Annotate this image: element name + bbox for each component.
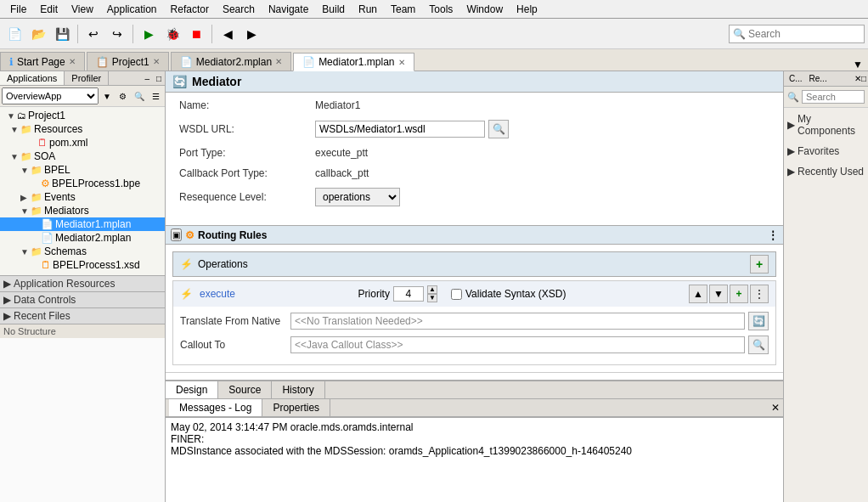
log-close-btn[interactable]: ✕	[771, 402, 780, 414]
expand-soa[interactable]: ▼	[10, 152, 19, 161]
expand-bpel[interactable]: ▼	[20, 166, 29, 175]
menu-run[interactable]: Run	[352, 2, 384, 17]
tab-overflow-btn[interactable]: ▼	[848, 59, 868, 71]
right-section-favorites-header[interactable]: ▶ Favorites	[787, 144, 865, 159]
menu-build[interactable]: Build	[315, 2, 352, 17]
tab-start-page[interactable]: ℹ Start Page ✕	[0, 52, 85, 71]
tab-start-page-close[interactable]: ✕	[69, 57, 76, 66]
translate-input[interactable]	[290, 313, 745, 330]
translate-browse-btn[interactable]: 🔄	[748, 312, 769, 330]
tab-mediator2-close[interactable]: ✕	[275, 57, 282, 66]
priority-input[interactable]	[393, 286, 424, 302]
right-tab-c[interactable]: C...	[786, 73, 806, 84]
tab-history[interactable]: History	[272, 381, 324, 398]
tree-item-mediator1[interactable]: 📄 Mediator1.mplan	[0, 217, 165, 231]
more-btn[interactable]: ⋮	[750, 285, 769, 303]
debug-btn[interactable]: 🐞	[161, 23, 183, 45]
menu-edit[interactable]: Edit	[33, 2, 65, 17]
move-down-btn[interactable]: ▼	[709, 285, 728, 303]
save-btn[interactable]: 💾	[51, 23, 73, 45]
stop-btn[interactable]: ⏹	[185, 23, 207, 45]
tab-project1[interactable]: 📋 Project1 ✕	[87, 52, 169, 71]
callout-browse-btn[interactable]: 🔍	[748, 336, 769, 354]
right-section-components-header[interactable]: ▶ My Components	[787, 111, 865, 138]
menu-file[interactable]: File	[3, 2, 33, 17]
ops-add-btn[interactable]: +	[750, 255, 769, 274]
menu-refactor[interactable]: Refactor	[164, 2, 216, 17]
recent-files-section[interactable]: ▶ Recent Files	[0, 307, 165, 324]
right-tab-re[interactable]: Re...	[806, 73, 831, 84]
right-panel-close[interactable]: ✕	[854, 74, 861, 83]
tree-item-schemas[interactable]: ▼ 📁 Schemas	[0, 245, 165, 258]
toolbar-btn-2[interactable]: 🔍	[131, 90, 148, 103]
data-controls-section[interactable]: ▶ Data Controls	[0, 291, 165, 307]
routing-rules-icon: ⚙	[185, 229, 194, 241]
tree-item-pom[interactable]: 🗒 pom.xml	[0, 136, 165, 149]
routing-rules-collapse[interactable]: ▣	[171, 228, 182, 241]
validate-checkbox[interactable]	[451, 289, 462, 300]
priority-down[interactable]: ▼	[427, 294, 437, 302]
recently-used-label: Recently Used	[798, 166, 864, 178]
tree-item-resources[interactable]: ▼ 📁 Resources	[0, 122, 165, 136]
tab-source[interactable]: Source	[218, 381, 272, 398]
tab-messages-log[interactable]: Messages - Log	[169, 399, 262, 416]
tab-mediator1-close[interactable]: ✕	[398, 58, 405, 67]
add-rule-btn[interactable]: +	[730, 285, 748, 303]
detail-row-callout: Callout To 🔍	[180, 336, 769, 354]
wsdl-browse-btn[interactable]: 🔍	[488, 120, 509, 138]
expand-mediators[interactable]: ▼	[20, 206, 29, 216]
right-section-recent-header[interactable]: ▶ Recently Used	[787, 164, 865, 179]
tree-item-soa[interactable]: ▼ 📁 SOA	[0, 149, 165, 163]
app-selector[interactable]: OverviewApp	[2, 87, 99, 104]
forward-btn[interactable]: ▶	[240, 23, 262, 45]
search-input-toolbar[interactable]	[748, 28, 860, 40]
tree-item-mediator2[interactable]: 📄 Mediator2.mplan	[0, 231, 165, 245]
expand-project1[interactable]: ▼	[7, 111, 15, 121]
right-search-input[interactable]	[802, 90, 865, 104]
callout-input[interactable]	[290, 336, 745, 353]
move-up-btn[interactable]: ▲	[689, 285, 707, 303]
app-resources-section[interactable]: ▶ Application Resources	[0, 275, 165, 291]
open-btn[interactable]: 📂	[27, 23, 49, 45]
app-selector-dropdown[interactable]: ▼	[99, 90, 115, 103]
back-btn[interactable]: ◀	[217, 23, 239, 45]
expand-schemas[interactable]: ▼	[20, 247, 29, 257]
tree-item-events[interactable]: ▶ 📁 Events	[0, 190, 165, 204]
undo-btn[interactable]: ↩	[82, 23, 104, 45]
tree-item-bpelprocess[interactable]: ⚙ BPELProcess1.bpe	[0, 177, 165, 190]
tree-item-mediators[interactable]: ▼ 📁 Mediators	[0, 204, 165, 217]
menu-window[interactable]: Window	[459, 2, 510, 17]
left-panel-minimize[interactable]: –	[141, 71, 153, 85]
toolbar-btn-1[interactable]: ⚙	[116, 90, 130, 103]
menu-tools[interactable]: Tools	[422, 2, 459, 17]
tab-project1-close[interactable]: ✕	[153, 57, 160, 66]
expand-events[interactable]: ▶	[20, 193, 29, 202]
tree-item-bpelxsd[interactable]: 🗒 BPELProcess1.xsd	[0, 258, 165, 272]
menu-view[interactable]: View	[65, 2, 100, 17]
tab-properties[interactable]: Properties	[262, 399, 330, 416]
menu-application[interactable]: Application	[100, 2, 164, 17]
new-btn[interactable]: 📄	[3, 23, 25, 45]
menu-help[interactable]: Help	[510, 2, 544, 17]
menu-navigate[interactable]: Navigate	[262, 2, 315, 17]
toolbar-btn-3[interactable]: ☰	[149, 90, 163, 103]
center-horizontal-scroll[interactable]	[166, 372, 783, 380]
tab-mediator2[interactable]: 📄 Mediator2.mplan ✕	[171, 52, 291, 71]
left-panel-maximize[interactable]: □	[153, 71, 165, 85]
wsdl-input[interactable]	[315, 121, 485, 138]
tree-item-project1[interactable]: ▼ 🗂 Project1	[0, 109, 165, 122]
priority-up[interactable]: ▲	[427, 285, 437, 294]
menu-search[interactable]: Search	[216, 2, 262, 17]
tab-design[interactable]: Design	[166, 381, 218, 398]
right-panel-minimize[interactable]: □	[861, 74, 866, 83]
routing-rules-menu[interactable]: ⋮	[768, 229, 778, 241]
expand-resources[interactable]: ▼	[10, 125, 19, 134]
tab-mediator1[interactable]: 📄 Mediator1.mplan ✕	[293, 53, 414, 71]
left-tab-profiler[interactable]: Profiler	[65, 71, 109, 85]
menu-team[interactable]: Team	[384, 2, 422, 17]
tree-item-bpel[interactable]: ▼ 📁 BPEL	[0, 163, 165, 177]
redo-btn[interactable]: ↪	[106, 23, 128, 45]
resequence-select[interactable]: operations component none	[315, 188, 400, 206]
run-btn[interactable]: ▶	[138, 23, 160, 45]
left-tab-applications[interactable]: Applications	[0, 71, 65, 85]
